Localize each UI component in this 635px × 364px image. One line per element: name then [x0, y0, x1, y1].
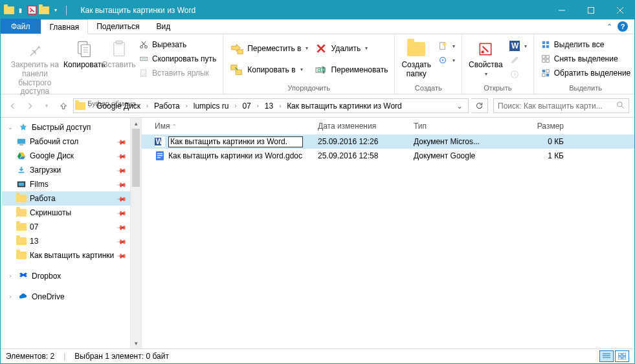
crumb-4[interactable]: 13 — [262, 99, 276, 112]
invert-button[interactable]: Обратить выделение — [538, 66, 634, 80]
pasteshortcut-button[interactable]: Вставить ярлык — [136, 66, 219, 80]
chevron-down-icon: ▾ — [306, 45, 308, 51]
navitem-screenshots[interactable]: Скриншоты 📌 — [2, 206, 141, 220]
navitem-films[interactable]: Films 📌 — [2, 177, 141, 191]
navitem-work[interactable]: Работа 📌 — [2, 191, 141, 206]
folder-qat-icon[interactable] — [38, 3, 49, 17]
desktop-icon — [16, 136, 27, 147]
properties-button[interactable]: Свойства ▾ — [466, 37, 506, 78]
qat-dropdown-icon[interactable]: ▾ — [50, 3, 61, 17]
file-row[interactable]: Как вытащить картинки из Word.gdoc 25.09… — [142, 149, 634, 163]
downloads-icon — [16, 165, 27, 175]
refresh-button[interactable] — [471, 98, 488, 113]
navitem-googledrive[interactable]: Google Диск 📌 — [2, 149, 141, 163]
delete-button[interactable]: Удалить ▾ — [312, 37, 390, 59]
close-button[interactable] — [605, 1, 634, 19]
pin-label: Закрепить на панели быстрого доступа — [7, 61, 63, 96]
folder-icon — [75, 101, 85, 111]
chevron-right-icon[interactable]: › — [232, 103, 238, 109]
copypath-button[interactable]: Скопировать путь — [136, 52, 219, 66]
chevron-right-icon[interactable]: › — [277, 103, 283, 109]
folder-icon — [16, 250, 27, 261]
back-button[interactable] — [6, 99, 20, 113]
search-box[interactable] — [493, 98, 629, 113]
copy-button[interactable]: Копировать — [67, 37, 102, 71]
navitem-onedrive[interactable]: › OneDrive — [2, 290, 141, 304]
file-list[interactable]: W 25.09.2016 12:26 Документ Micros... 0 … — [142, 134, 634, 348]
navitem-downloads[interactable]: Загрузки 📌 — [2, 163, 141, 177]
view-details-button[interactable] — [599, 350, 614, 362]
titlebar: ▮ ▾ │ Как вытащить картинки из Word — [1, 1, 634, 19]
svg-point-32 — [482, 50, 484, 53]
navitem-13[interactable]: 13 📌 — [2, 234, 141, 248]
pin-icon: 📌 — [117, 179, 127, 189]
navitem-quickaccess[interactable]: ⌄ Быстрый доступ — [2, 120, 141, 134]
svg-rect-41 — [546, 56, 549, 58]
edit-button[interactable] — [507, 53, 529, 67]
file-row[interactable]: W 25.09.2016 12:26 Документ Micros... 0 … — [142, 134, 634, 149]
home-tab[interactable]: Главная — [41, 19, 89, 34]
cut-button[interactable]: Вырезать — [136, 37, 219, 52]
newfolder-button[interactable]: Создать папку — [399, 37, 434, 80]
svg-rect-43 — [546, 59, 549, 62]
header-date[interactable]: Дата изменения — [313, 118, 408, 134]
address-dropdown-icon[interactable]: ⌄ — [452, 102, 467, 111]
crumb-0[interactable]: Google Диск — [94, 99, 143, 112]
view-icons-button[interactable] — [615, 350, 629, 362]
svg-rect-2 — [588, 7, 594, 13]
crumb-2[interactable]: lumpics ru — [191, 99, 232, 112]
navitem-07[interactable]: 07 📌 — [2, 220, 141, 234]
svg-rect-38 — [542, 45, 545, 48]
navpane-scrollbar[interactable]: ▴ ▾ — [130, 118, 141, 348]
navitem-dropbox[interactable]: › Dropbox — [2, 269, 141, 283]
navitem-label: Загрузки — [30, 166, 61, 175]
open-group-label: Открыть — [484, 82, 511, 94]
chevron-right-icon[interactable]: › — [255, 103, 261, 109]
openwith-button[interactable]: W▾ — [507, 39, 529, 53]
selectall-button[interactable]: Выделить все — [538, 37, 634, 52]
view-mode-buttons — [599, 350, 629, 362]
search-input[interactable] — [498, 102, 613, 111]
minimize-button[interactable] — [547, 1, 576, 19]
navitem-desktop[interactable]: Рабочий стол 📌 — [2, 134, 141, 149]
paste-button[interactable]: Вставить — [104, 37, 135, 71]
properties-qat-icon[interactable] — [27, 3, 38, 17]
crumb-5[interactable]: Как вытащить картинки из Word — [284, 99, 405, 112]
header-type[interactable]: Тип — [408, 118, 504, 134]
chevron-down-icon[interactable]: ⌄ — [6, 124, 15, 131]
help-icon[interactable]: ? — [618, 21, 628, 32]
file-date: 25.09.2016 12:58 — [313, 151, 408, 160]
scroll-down-icon[interactable]: ▾ — [131, 337, 141, 348]
file-tab[interactable]: Файл — [1, 19, 41, 34]
chevron-right-icon[interactable]: › — [87, 103, 93, 109]
chevron-right-icon[interactable]: › — [184, 103, 190, 109]
maximize-button[interactable] — [576, 1, 605, 19]
history-button[interactable] — [507, 67, 529, 81]
scroll-up-icon[interactable]: ▴ — [131, 118, 141, 129]
newitem-button[interactable]: ▾ — [435, 39, 458, 53]
address-bar[interactable]: › Google Диск › Работа › lumpics ru › 07… — [73, 98, 469, 113]
scroll-thumb[interactable] — [132, 129, 140, 187]
crumb-1[interactable]: Работа — [151, 99, 183, 112]
address-row: ▾ › Google Диск › Работа › lumpics ru › … — [1, 94, 634, 118]
navitem-current[interactable]: Как вытащить картинки 📌 — [2, 248, 141, 262]
up-button[interactable] — [56, 99, 71, 113]
moveto-button[interactable]: Переместить в ▾ — [227, 37, 311, 59]
copyto-button[interactable]: Копировать в ▾ — [227, 59, 311, 80]
pin-quickaccess-button[interactable]: Закрепить на панели быстрого доступа — [5, 37, 65, 98]
collapse-ribbon-icon[interactable]: ⌃ — [607, 23, 612, 31]
rename-button[interactable]: ab Переименовать — [312, 59, 390, 80]
header-name[interactable]: Имя⌃ — [142, 118, 313, 134]
forward-button[interactable] — [23, 99, 37, 113]
view-tab[interactable]: Вид — [148, 19, 179, 34]
chevron-right-icon[interactable]: › — [6, 294, 15, 300]
rename-input[interactable] — [168, 136, 303, 147]
share-tab[interactable]: Поделиться — [88, 19, 148, 34]
chevron-right-icon[interactable]: › — [144, 103, 150, 109]
header-size[interactable]: Размер — [504, 118, 569, 134]
chevron-right-icon[interactable]: › — [6, 273, 15, 279]
recent-dropdown[interactable]: ▾ — [39, 99, 54, 113]
easyaccess-button[interactable]: ▾ — [435, 53, 458, 67]
crumb-3[interactable]: 07 — [240, 99, 253, 112]
selectnone-button[interactable]: Снять выделение — [538, 52, 634, 66]
